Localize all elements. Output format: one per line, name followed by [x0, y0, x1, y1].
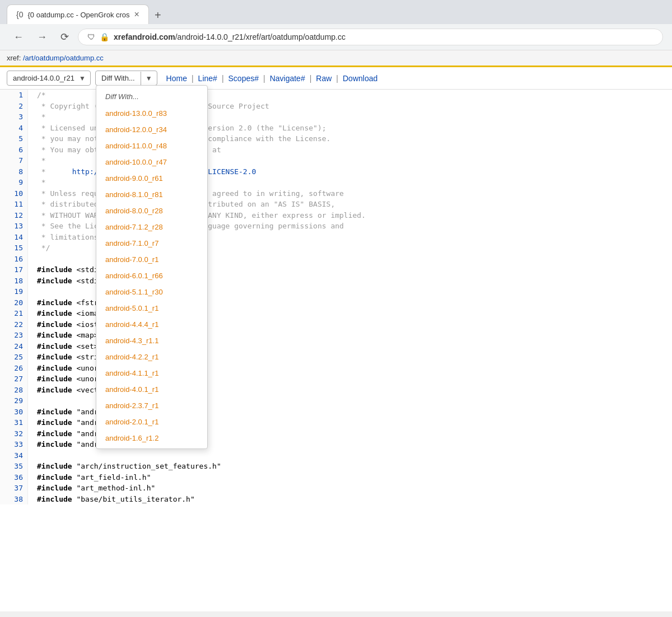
line-number[interactable]: 22: [4, 319, 23, 330]
diff-menu-header: Diff With...: [96, 88, 207, 105]
line-number[interactable]: 5: [4, 133, 23, 144]
line-number[interactable]: 21: [4, 308, 23, 319]
diff-menu-item[interactable]: android-4.3_r1.1: [96, 333, 207, 349]
diff-menu-item[interactable]: android-8.0.0_r28: [96, 203, 207, 219]
line-number[interactable]: 14: [4, 232, 23, 243]
line-number[interactable]: 20: [4, 297, 23, 308]
line-number[interactable]: 25: [4, 352, 23, 363]
browser-chrome: {0 {0 oatdump.cc - OpenGrok cros × +: [0, 0, 672, 24]
diff-menu-item[interactable]: android-1.6_r1.2: [96, 430, 207, 446]
lock-icon: 🔒: [100, 32, 109, 41]
line-number[interactable]: 31: [4, 417, 23, 428]
line-number[interactable]: 7: [4, 155, 23, 166]
line-number[interactable]: 19: [4, 286, 23, 297]
new-tab-button[interactable]: +: [149, 7, 167, 24]
line-number[interactable]: 27: [4, 373, 23, 385]
tab-icon: {0: [16, 10, 23, 19]
line-number[interactable]: 17: [4, 264, 23, 275]
nav-scopes-link[interactable]: Scopes#: [224, 71, 263, 86]
refresh-button[interactable]: ⟳: [56, 29, 73, 45]
line-number[interactable]: 13: [4, 221, 23, 232]
diff-menu-item[interactable]: android-9.0.0_r61: [96, 170, 207, 186]
line-number[interactable]: 33: [4, 439, 23, 450]
line-number[interactable]: 34: [4, 450, 23, 461]
diff-arrow-icon[interactable]: ▼: [141, 72, 157, 85]
xref-breadcrumb: xref: /art/oatdump/oatdump.cc: [0, 50, 672, 67]
line-number[interactable]: 12: [4, 210, 23, 221]
line-number[interactable]: 9: [4, 177, 23, 188]
diff-menu-item[interactable]: android-11.0.0_r48: [96, 138, 207, 154]
diff-menu: Diff With... android-13.0.0_r83android-1…: [96, 85, 208, 449]
diff-menu-item[interactable]: android-2.0.1_r1: [96, 414, 207, 430]
line-number[interactable]: 28: [4, 385, 23, 396]
back-button[interactable]: ←: [9, 29, 28, 45]
diff-menu-item[interactable]: android-12.0.0_r34: [96, 121, 207, 138]
diff-menu-item[interactable]: android-4.0.1_r1: [96, 381, 207, 398]
forward-button[interactable]: →: [32, 29, 52, 45]
nav-home-link[interactable]: Home: [162, 71, 192, 86]
line-number[interactable]: 26: [4, 363, 23, 374]
line-number[interactable]: 24: [4, 341, 23, 352]
diff-button[interactable]: Diff With...: [96, 71, 141, 85]
code-line: #include "art_field-inl.h": [37, 472, 366, 483]
active-tab[interactable]: {0 {0 oatdump.cc - OpenGrok cros ×: [7, 4, 149, 24]
line-number[interactable]: 15: [4, 242, 23, 254]
diff-menu-item[interactable]: android-4.1.1_r1: [96, 365, 207, 381]
diff-menu-item[interactable]: android-2.3.7_r1: [96, 398, 207, 414]
diff-menu-item[interactable]: android-7.1.2_r28: [96, 219, 207, 235]
line-number[interactable]: 32: [4, 428, 23, 440]
nav-download-link[interactable]: Download: [338, 71, 382, 86]
line-number[interactable]: 3: [4, 111, 23, 123]
line-number[interactable]: 30: [4, 406, 23, 418]
breadcrumb-file[interactable]: /oatdump.cc: [64, 54, 104, 62]
line-number[interactable]: 23: [4, 330, 23, 341]
tab-title: {0 oatdump.cc - OpenGrok cros: [27, 11, 129, 19]
nav-raw-link[interactable]: Raw: [311, 71, 336, 86]
breadcrumb-prefix: xref:: [7, 54, 23, 62]
nav-line-link[interactable]: Line#: [194, 71, 222, 86]
url-path: /android-14.0.0_r21/xref/art/oatdump/oat…: [175, 32, 346, 41]
line-number[interactable]: 8: [4, 166, 23, 177]
diff-menu-item[interactable]: android-5.0.1_r1: [96, 300, 207, 316]
diff-menu-item[interactable]: android-5.1.1_r30: [96, 284, 207, 300]
toolbar-nav: Home | Line# | Scopes# | Navigate# | Raw…: [162, 71, 382, 86]
diff-menu-item[interactable]: android-7.1.0_r7: [96, 235, 207, 251]
line-number[interactable]: 11: [4, 199, 23, 210]
diff-menu-item[interactable]: android-10.0.0_r47: [96, 154, 207, 170]
line-number[interactable]: 18: [4, 275, 23, 287]
breadcrumb-art[interactable]: /art: [23, 54, 34, 62]
line-number[interactable]: 35: [4, 461, 23, 472]
version-select-wrapper[interactable]: android-14.0.0_r21 ▼: [7, 71, 91, 86]
diff-menu-item[interactable]: android-6.0.1_r66: [96, 268, 207, 284]
diff-menu-item[interactable]: android-13.0.0_r83: [96, 105, 207, 121]
page-content: xref: /art/oatdump/oatdump.cc android-14…: [0, 50, 672, 611]
line-number[interactable]: 2: [4, 101, 23, 112]
diff-dropdown-wrapper[interactable]: Diff With... ▼ Diff With... android-13.0…: [95, 71, 157, 86]
diff-menu-items: android-13.0.0_r83android-12.0.0_r34andr…: [96, 105, 207, 446]
line-number[interactable]: 4: [4, 123, 23, 134]
url-domain: xrefandroid.com: [114, 32, 175, 41]
line-numbers: 1234567891011121314151617181920212223242…: [0, 90, 28, 504]
line-number[interactable]: 29: [4, 395, 23, 406]
line-number[interactable]: 37: [4, 483, 23, 494]
url-text: xrefandroid.com/android-14.0.0_r21/xref/…: [114, 32, 346, 41]
version-select[interactable]: android-14.0.0_r21: [7, 71, 90, 85]
code-line: [37, 450, 366, 461]
shield-icon: 🛡: [87, 32, 95, 41]
line-number[interactable]: 36: [4, 472, 23, 483]
address-bar[interactable]: 🛡 🔒 xrefandroid.com/android-14.0.0_r21/x…: [78, 29, 663, 45]
tab-close-button[interactable]: ×: [134, 10, 139, 20]
nav-navigate-link[interactable]: Navigate#: [265, 71, 310, 86]
line-number[interactable]: 6: [4, 144, 23, 156]
line-number[interactable]: 1: [4, 90, 23, 101]
diff-menu-item[interactable]: android-7.0.0_r1: [96, 251, 207, 268]
diff-menu-item[interactable]: android-8.1.0_r81: [96, 186, 207, 203]
line-number[interactable]: 10: [4, 188, 23, 199]
code-line: #include "base/bit_utils_iterator.h": [37, 494, 366, 505]
diff-menu-item[interactable]: android-4.2.2_r1: [96, 349, 207, 365]
diff-menu-item[interactable]: android-4.4.4_r1: [96, 316, 207, 333]
code-line: #include "art_method-inl.h": [37, 483, 366, 494]
line-number[interactable]: 16: [4, 254, 23, 265]
line-number[interactable]: 38: [4, 494, 23, 505]
breadcrumb-oatdump[interactable]: /oatdump: [34, 54, 64, 62]
